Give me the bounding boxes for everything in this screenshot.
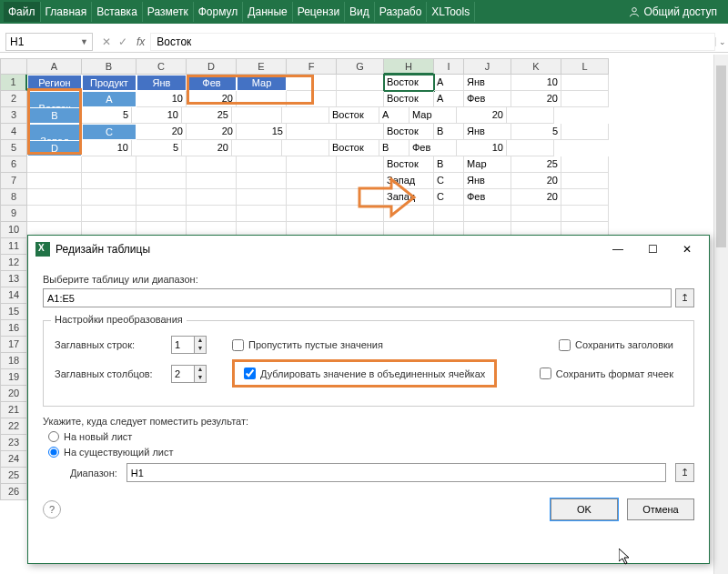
cell-B3[interactable]: B xyxy=(27,107,82,124)
col-header-E[interactable]: E xyxy=(237,58,287,75)
cell-F8[interactable] xyxy=(287,189,337,206)
cell-K2[interactable]: 20 xyxy=(511,91,561,107)
maximize-button[interactable]: ☐ xyxy=(638,238,667,260)
chevron-down-icon[interactable]: ▼ xyxy=(80,37,88,46)
row-header-11[interactable]: 11 xyxy=(0,238,27,255)
cell-C2[interactable]: 10 xyxy=(136,91,187,107)
row-header-15[interactable]: 15 xyxy=(0,304,27,320)
row-header-18[interactable]: 18 xyxy=(0,353,27,369)
cell-J7[interactable]: Янв xyxy=(464,173,511,189)
row-header-2[interactable]: 2 xyxy=(0,91,27,107)
row-header-13[interactable]: 13 xyxy=(0,271,27,287)
cell-E4[interactable]: 15 xyxy=(237,124,287,140)
cell-D5[interactable]: 5 xyxy=(132,140,182,156)
cell-J3[interactable]: Мар xyxy=(410,107,457,124)
row-header-22[interactable]: 22 xyxy=(0,418,27,435)
cell-C7[interactable] xyxy=(136,173,187,189)
cell-D4[interactable]: 20 xyxy=(187,124,237,140)
cell-E7[interactable] xyxy=(237,173,287,189)
tab-formulas[interactable]: Формул xyxy=(194,2,244,22)
dest-range-picker-button[interactable]: ↥ xyxy=(675,463,694,482)
cell-L8[interactable] xyxy=(561,189,609,206)
cell-E6[interactable] xyxy=(237,156,287,173)
cell-E9[interactable] xyxy=(237,206,287,222)
cell-C8[interactable] xyxy=(136,189,187,206)
cell-J9[interactable] xyxy=(464,206,511,222)
row-header-3[interactable]: 3 xyxy=(0,107,27,124)
col-header-I[interactable]: I xyxy=(434,58,464,75)
cell-I8[interactable]: C xyxy=(434,189,464,206)
cell-C9[interactable] xyxy=(136,206,187,222)
cell-A6[interactable] xyxy=(27,156,82,173)
cell-H3[interactable]: Восток xyxy=(329,107,379,124)
help-button[interactable]: ? xyxy=(43,500,61,519)
accept-formula-icon[interactable]: ✓ xyxy=(118,35,127,48)
source-range-input[interactable] xyxy=(43,288,672,307)
cell-I5[interactable]: B xyxy=(379,140,410,156)
cell-B7[interactable] xyxy=(82,173,136,189)
spin-up-icon[interactable]: ▲ xyxy=(195,366,206,374)
row-header-4[interactable]: 4 xyxy=(0,124,27,140)
row-header-26[interactable]: 26 xyxy=(0,484,27,500)
cell-C1[interactable]: Янв xyxy=(136,75,187,91)
cell-B1[interactable]: Продукт xyxy=(82,75,136,91)
row-header-20[interactable]: 20 xyxy=(0,386,27,402)
row-header-16[interactable]: 16 xyxy=(0,320,27,337)
radio-existing-sheet[interactable]: На существующий лист xyxy=(48,447,694,458)
cell-K4[interactable]: 5 xyxy=(511,124,561,140)
cell-I2[interactable]: A xyxy=(434,91,464,107)
cell-A8[interactable] xyxy=(27,189,82,206)
row-header-23[interactable]: 23 xyxy=(0,435,27,451)
row-header-6[interactable]: 6 xyxy=(0,156,27,173)
cell-F7[interactable] xyxy=(287,173,337,189)
row-header-9[interactable]: 9 xyxy=(0,206,27,222)
cell-L2[interactable] xyxy=(561,91,609,107)
cell-E1[interactable]: Мар xyxy=(237,75,287,91)
cell-D3[interactable]: 10 xyxy=(132,107,182,124)
tab-xltools[interactable]: XLTools xyxy=(427,2,475,22)
cell-J1[interactable]: Янв xyxy=(464,75,511,91)
cell-B9[interactable] xyxy=(82,206,136,222)
col-header-L[interactable]: L xyxy=(561,58,609,75)
cell-J6[interactable]: Мар xyxy=(464,156,511,173)
cell-L7[interactable] xyxy=(561,173,609,189)
cell-E5[interactable]: 20 xyxy=(182,140,232,156)
cell-G1[interactable] xyxy=(337,75,384,91)
cell-D1[interactable]: Фев xyxy=(187,75,237,91)
col-header-F[interactable]: F xyxy=(287,58,337,75)
cell-L9[interactable] xyxy=(561,206,609,222)
spin-down-icon[interactable]: ▼ xyxy=(195,345,206,353)
cell-K3[interactable]: 20 xyxy=(457,107,507,124)
cell-C5[interactable]: 10 xyxy=(82,140,132,156)
col-header-J[interactable]: J xyxy=(464,58,511,75)
cell-L6[interactable] xyxy=(561,156,609,173)
keep-headers-checkbox[interactable]: Сохранить заголовки xyxy=(559,339,673,351)
cell-E2[interactable] xyxy=(237,91,287,107)
cell-H6[interactable]: Восток xyxy=(384,156,434,173)
name-box[interactable]: H1 ▼ xyxy=(5,33,93,51)
header-rows-spinner[interactable]: ▲▼ xyxy=(171,336,207,354)
col-header-K[interactable]: K xyxy=(511,58,561,75)
header-cols-spinner[interactable]: ▲▼ xyxy=(171,365,207,383)
spin-down-icon[interactable]: ▼ xyxy=(195,374,206,382)
cell-H1[interactable]: Восток xyxy=(384,75,434,91)
col-header-B[interactable]: B xyxy=(82,58,136,75)
cell-C6[interactable] xyxy=(136,156,187,173)
cell-K6[interactable]: 25 xyxy=(511,156,561,173)
cell-I1[interactable]: A xyxy=(434,75,464,91)
ok-button[interactable]: OK xyxy=(551,498,618,520)
cell-D6[interactable] xyxy=(187,156,237,173)
cell-G4[interactable] xyxy=(337,124,384,140)
cell-B5[interactable]: D xyxy=(27,140,82,156)
cell-D2[interactable]: 20 xyxy=(187,91,237,107)
tab-home[interactable]: Главная xyxy=(41,2,93,22)
scroll-thumb[interactable] xyxy=(716,65,726,247)
cell-E3[interactable]: 25 xyxy=(182,107,232,124)
share-button[interactable]: Общий доступ xyxy=(622,2,724,22)
cell-C4[interactable]: 20 xyxy=(136,124,187,140)
row-header-24[interactable]: 24 xyxy=(0,451,27,468)
row-header-5[interactable]: 5 xyxy=(0,140,27,156)
range-picker-button[interactable]: ↥ xyxy=(675,288,694,307)
formula-input[interactable]: Восток xyxy=(150,33,715,51)
cell-J4[interactable]: Янв xyxy=(464,124,511,140)
